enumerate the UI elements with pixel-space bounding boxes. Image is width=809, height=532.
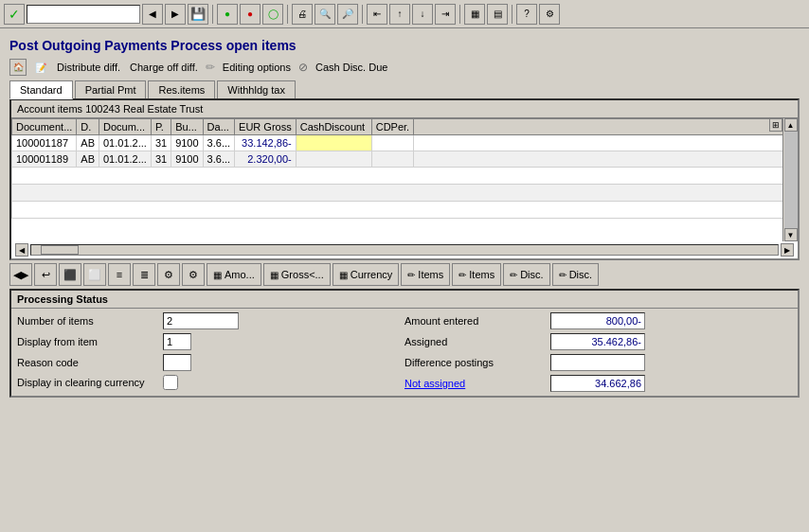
- amo-icon: ▦: [213, 270, 222, 280]
- nav4-icon[interactable]: ↑: [389, 4, 410, 25]
- shortcut-3-icon[interactable]: ◯: [262, 4, 283, 25]
- cell-empty-2: [414, 151, 798, 168]
- bb-btn-8[interactable]: ⚙: [182, 263, 205, 286]
- bb-btn-3[interactable]: ⬛: [59, 263, 81, 286]
- bb-icon-2: ↩: [42, 269, 50, 281]
- vertical-scrollbar[interactable]: ▲ ▼: [782, 118, 798, 241]
- action-bar: 🏠 📝 Distribute diff. Charge off diff. ✏ …: [6, 57, 803, 80]
- green-check-icon[interactable]: ✓: [4, 4, 25, 25]
- col-header-p: P.: [151, 119, 171, 135]
- scroll-thumb-h[interactable]: [41, 245, 79, 255]
- amount-entered-input[interactable]: [550, 312, 645, 329]
- tab-standard[interactable]: Standard: [9, 80, 73, 99]
- gross-label: Gross<...: [281, 269, 324, 280]
- expand-icon[interactable]: ⊞: [769, 118, 782, 132]
- items-2-label: Items: [469, 269, 494, 280]
- amo-label: Amo...: [225, 269, 255, 280]
- layout2-icon[interactable]: ▤: [487, 4, 508, 25]
- items-1-icon: ✏: [407, 270, 415, 280]
- cell-cdper-1[interactable]: [371, 135, 413, 151]
- disc-button-1[interactable]: ✏ Disc.: [503, 263, 549, 286]
- nav3-icon[interactable]: ⇤: [367, 4, 387, 25]
- processing-status-panel: Processing Status Number of items Displa…: [9, 289, 800, 398]
- gross-button[interactable]: ▦ Gross<...: [263, 263, 331, 286]
- scroll-right-arrow[interactable]: ▶: [781, 243, 794, 257]
- cell-cash-discount-1[interactable]: [296, 135, 371, 151]
- items-button-2[interactable]: ✏ Items: [452, 263, 501, 286]
- col-header-cash-discount: CashDiscount: [296, 119, 371, 135]
- not-assigned-input[interactable]: [550, 375, 645, 392]
- assigned-input[interactable]: [550, 333, 645, 350]
- nav5-icon[interactable]: ↓: [412, 4, 433, 25]
- number-of-items-row: Number of items: [17, 312, 404, 329]
- difference-postings-input[interactable]: [550, 354, 645, 371]
- scroll-track-h[interactable]: [30, 244, 779, 256]
- reason-code-input[interactable]: [163, 354, 191, 371]
- tab-withhldg-tax[interactable]: Withhldg tax: [217, 80, 296, 99]
- help-icon[interactable]: ?: [516, 4, 537, 25]
- number-of-items-input[interactable]: [163, 312, 239, 329]
- currency-button[interactable]: ▦ Currency: [333, 263, 400, 286]
- nav-forward-icon[interactable]: ▶: [165, 4, 186, 25]
- display-clearing-checkbox[interactable]: [163, 375, 178, 390]
- col-header-eur-gross: EUR Gross: [235, 119, 297, 135]
- nav-back-icon[interactable]: ◀: [142, 4, 163, 25]
- cell-docum-2: 01.01.2...: [99, 151, 152, 168]
- table-row-empty-3: [12, 202, 798, 219]
- no-sign-icon: ⊘: [298, 61, 308, 74]
- bb-btn-5[interactable]: ≡: [108, 263, 131, 286]
- cell-empty-1: [414, 135, 798, 151]
- print-icon[interactable]: 🖨: [292, 4, 313, 25]
- pencil-icon: ✏: [206, 61, 215, 74]
- bb-btn-4[interactable]: ⬜: [83, 263, 106, 286]
- scroll-up-arrow[interactable]: ▲: [784, 118, 798, 132]
- settings-icon[interactable]: ⚙: [539, 4, 560, 25]
- bb-icon-8: ⚙: [189, 269, 198, 281]
- nav6-icon[interactable]: ⇥: [435, 4, 456, 25]
- not-assigned-label[interactable]: Not assigned: [404, 378, 547, 389]
- find-icon[interactable]: 🔍: [315, 4, 335, 25]
- layout1-icon[interactable]: ▦: [464, 4, 485, 25]
- distribute-diff-button[interactable]: Distribute diff.: [55, 61, 122, 74]
- shortcut-1-icon[interactable]: ●: [217, 4, 238, 25]
- scroll-left-arrow[interactable]: ◀: [15, 243, 28, 257]
- scroll-down-arrow[interactable]: ▼: [784, 228, 798, 241]
- shortcut-2-icon[interactable]: ●: [240, 4, 261, 25]
- amount-entered-label: Amount entered: [404, 315, 547, 327]
- charge-off-diff-button[interactable]: Charge off diff.: [128, 61, 200, 74]
- table-row[interactable]: 100001187 AB 01.01.2... 31 9100 3.6... 3…: [12, 135, 798, 151]
- separator-3: [362, 5, 363, 24]
- disc-button-2[interactable]: ✏ Disc.: [552, 263, 599, 286]
- editing-options-button[interactable]: Editing options: [221, 61, 293, 74]
- items-table: Document... D. Docum... P. Bu... Da... E…: [11, 118, 798, 219]
- bb-btn-2[interactable]: ↩: [34, 263, 57, 286]
- col-header-d: D.: [77, 119, 99, 135]
- bb-btn-6[interactable]: ≣: [133, 263, 155, 286]
- tab-res-items[interactable]: Res.items: [148, 80, 215, 99]
- command-input[interactable]: [27, 5, 140, 24]
- col-header-da: Da...: [203, 119, 234, 135]
- cell-d-2: AB: [77, 151, 99, 168]
- disc-2-icon: ✏: [559, 270, 566, 280]
- save-button[interactable]: 💾: [188, 4, 208, 25]
- bb-icon-4: ⬜: [88, 269, 101, 281]
- cell-cdper-2[interactable]: [371, 151, 413, 168]
- amo-button[interactable]: ▦ Amo...: [207, 263, 261, 286]
- cash-disc-due-button[interactable]: Cash Disc. Due: [314, 61, 389, 74]
- cell-cash-discount-2[interactable]: [296, 151, 371, 168]
- display-from-item-input[interactable]: [163, 333, 191, 350]
- table-row-empty-1: [12, 168, 798, 185]
- bb-btn-1[interactable]: ◀▶: [9, 263, 32, 286]
- cell-document-2: 100001189: [12, 151, 77, 168]
- horizontal-scrollbar[interactable]: ◀ ▶: [11, 241, 798, 258]
- find2-icon[interactable]: 🔎: [337, 4, 358, 25]
- bb-btn-7[interactable]: ⚙: [157, 263, 180, 286]
- items-button-1[interactable]: ✏ Items: [401, 263, 450, 286]
- tab-partial-pmt[interactable]: Partial Pmt: [75, 80, 147, 99]
- reason-code-label: Reason code: [17, 357, 159, 368]
- table-wrapper: Document... D. Docum... P. Bu... Da... E…: [11, 118, 798, 241]
- scroll-track-v[interactable]: [784, 132, 798, 228]
- table-row[interactable]: 100001189 AB 01.01.2... 31 9100 3.6... 2…: [12, 151, 798, 168]
- account-header: Account items 100243 Real Estate Trust: [11, 100, 798, 118]
- gross-icon: ▦: [270, 270, 279, 280]
